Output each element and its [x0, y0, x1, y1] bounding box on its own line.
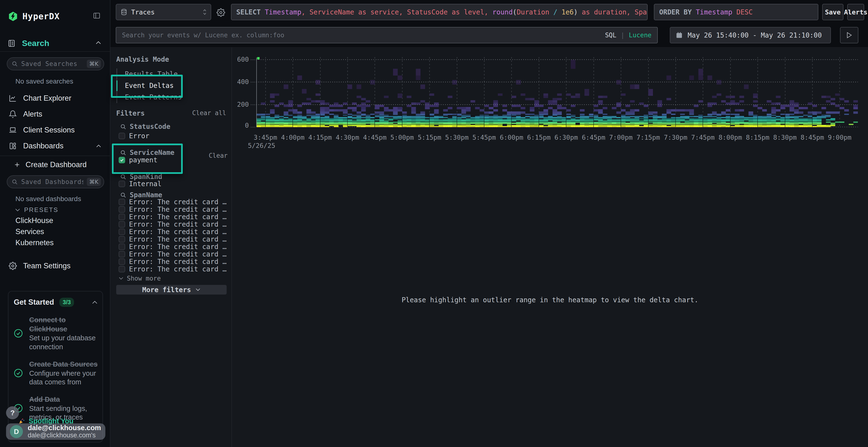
chevron-up-icon[interactable] [95, 40, 101, 45]
mode-toggle-lucene[interactable]: Lucene [629, 32, 651, 39]
filter-option-spanname[interactable]: Error: The credit card … [119, 266, 227, 272]
help-button[interactable]: ? [6, 406, 19, 419]
checkbox[interactable] [119, 221, 125, 228]
filter-group-name: StatusCode [130, 123, 170, 131]
create-dashboard-button[interactable]: Create Dashboard [0, 159, 110, 171]
order-by-editor[interactable]: ORDER BY Timestamp DESC [654, 4, 818, 20]
y-axis-tick-mark [250, 127, 255, 128]
checkbox[interactable] [119, 199, 125, 205]
filter-option-spanname[interactable]: Error: The credit card … [119, 206, 227, 213]
search-icon[interactable] [120, 192, 126, 198]
clear-all-filters-button[interactable]: Clear all [192, 109, 226, 116]
filter-option-spanname[interactable]: Error: The credit card … [119, 243, 227, 250]
mode-option-event-deltas[interactable]: Event Deltas [117, 80, 182, 92]
filter-option-label: Error: The credit card … [129, 198, 227, 206]
get-started-item-sources[interactable]: Create Data Sources Configure where your… [14, 360, 98, 386]
source-settings-gear-icon[interactable] [217, 8, 225, 17]
run-query-button[interactable] [840, 27, 858, 43]
get-started-card: Get Started 3/3 Connect to ClickHouse Se… [8, 291, 103, 442]
checkbox[interactable] [119, 133, 125, 139]
nav-label: Chart Explorer [23, 94, 71, 103]
checkbox[interactable] [119, 259, 125, 265]
filter-option-label: Error: The credit card … [129, 220, 227, 228]
more-filters-button[interactable]: More filters [116, 285, 227, 295]
gear-icon [9, 262, 17, 270]
saved-dashboards-input[interactable]: Saved Dashboards ⌘K [7, 175, 104, 188]
get-started-item-connect[interactable]: Connect to ClickHouse Set up your databa… [14, 315, 98, 351]
sidebar-item-chart-explorer[interactable]: Chart Explorer [0, 93, 110, 104]
y-axis-tick-label: 400 [233, 78, 249, 85]
filter-option-spanname[interactable]: Error: The credit card … [119, 251, 227, 257]
filter-option-spanname[interactable]: Error: The credit card … [119, 259, 227, 265]
laptop-icon [9, 126, 17, 134]
filter-option-spanname[interactable]: Error: The credit card … [119, 199, 227, 205]
play-icon [846, 32, 852, 38]
dashboard-grid-icon [9, 142, 17, 150]
search-input[interactable]: Search your events w/ Lucene ex. column:… [116, 27, 658, 43]
get-started-header[interactable]: Get Started 3/3 [14, 298, 98, 307]
database-icon [121, 9, 127, 15]
chevron-down-icon [119, 277, 123, 280]
chevron-up-icon[interactable] [92, 300, 98, 304]
checkbox[interactable] [119, 206, 125, 213]
filter-option-spanname[interactable]: Error: The credit card … [119, 229, 227, 235]
y-axis-tick-mark [250, 105, 255, 105]
duration-heatmap[interactable] [256, 57, 858, 127]
filter-option-spanname[interactable]: Error: The credit card … [119, 214, 227, 220]
sidebar: HyperDX Search Saved Searches ⌘K No save… [0, 0, 111, 447]
time-range-value: May 26 15:40:00 - May 26 21:10:00 [688, 31, 822, 39]
filter-option-internal[interactable]: Internal [119, 180, 161, 187]
show-more-button[interactable]: Show more [119, 275, 161, 282]
checkbox-checked[interactable] [119, 157, 125, 163]
preset-services[interactable]: Services [16, 227, 44, 236]
save-button[interactable]: Save [822, 4, 843, 20]
filter-option-payment[interactable]: payment [119, 156, 157, 164]
checkbox[interactable] [119, 214, 125, 220]
time-range-picker[interactable]: May 26 15:40:00 - May 26 21:10:00 [670, 27, 831, 43]
user-menu[interactable]: D dale@clickhouse.com dale@clickhouse.co… [6, 423, 105, 440]
chevron-up-icon[interactable] [96, 144, 101, 148]
clear-servicename-button[interactable]: Clear [209, 152, 227, 159]
checkbox[interactable] [119, 229, 125, 235]
presets-toggle[interactable]: PRESETS [15, 206, 58, 214]
checkbox[interactable] [119, 181, 125, 187]
more-filters-label: More filters [142, 286, 191, 294]
mode-option-event-patterns[interactable]: Event Patterns [117, 92, 182, 103]
sidebar-item-alerts[interactable]: Alerts [0, 108, 110, 120]
checkbox[interactable] [119, 251, 125, 257]
search-icon[interactable] [120, 149, 126, 156]
step-title: Add Data [29, 395, 98, 404]
filter-option-spanname[interactable]: Error: The credit card … [119, 236, 227, 243]
y-axis-tick-mark [250, 82, 255, 82]
sql-select-editor[interactable]: SELECT Timestamp, ServiceName as service… [231, 4, 648, 20]
checkbox[interactable] [119, 243, 125, 250]
saved-dashboards-placeholder: Saved Dashboards [21, 178, 84, 185]
no-saved-searches-note: No saved searches [16, 77, 73, 85]
preset-kubernetes[interactable]: Kubernetes [16, 238, 54, 247]
alerts-button[interactable]: Alerts [847, 4, 864, 20]
mode-toggle-sql[interactable]: SQL [605, 32, 616, 39]
search-placeholder: Search your events w/ Lucene ex. column:… [122, 32, 600, 39]
filter-option-error[interactable]: Error [119, 132, 149, 140]
step-description: Set up your database connection [29, 334, 98, 351]
sidebar-section-search[interactable]: Search [7, 38, 49, 48]
search-icon[interactable] [120, 124, 126, 130]
sidebar-item-team-settings[interactable]: Team Settings [0, 260, 110, 272]
user-team: dale@clickhouse.com's [28, 432, 101, 439]
filter-group-name: ServiceName [130, 148, 174, 157]
preset-clickhouse[interactable]: ClickHouse [16, 216, 53, 225]
mode-option-results-table[interactable]: Results Table [117, 68, 182, 80]
order-by-text: ORDER BY Timestamp DESC [659, 8, 753, 16]
filter-option-label: Error: The credit card … [129, 213, 227, 221]
filter-option-spanname[interactable]: Error: The credit card … [119, 221, 227, 228]
sidebar-item-dashboards[interactable]: Dashboards [0, 140, 110, 152]
get-started-title: Get Started [14, 298, 54, 307]
sidebar-collapse-icon[interactable] [93, 12, 101, 20]
source-select[interactable]: Traces [116, 4, 211, 20]
search-icon[interactable] [120, 174, 126, 180]
select-chevrons-icon [203, 9, 207, 15]
saved-searches-input[interactable]: Saved Searches ⌘K [7, 57, 104, 70]
checkbox[interactable] [119, 266, 125, 272]
sidebar-item-client-sessions[interactable]: Client Sessions [0, 124, 110, 136]
checkbox[interactable] [119, 236, 125, 243]
